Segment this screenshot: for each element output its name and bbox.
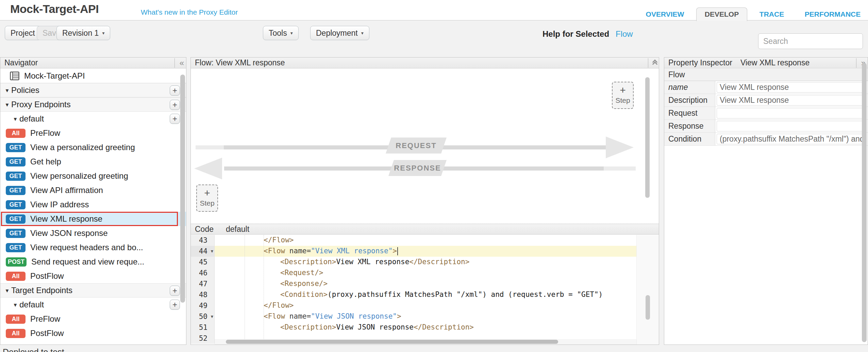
request-lane-badge: REQUEST [386, 138, 447, 154]
add-step-button-response[interactable]: + Step [196, 185, 218, 212]
tab-develop[interactable]: DEVELOP [696, 7, 747, 21]
add-step-label: Step [200, 199, 214, 207]
tab-overview[interactable]: OVERVIEW [643, 8, 687, 20]
add-button[interactable]: + [170, 114, 180, 124]
code-fold-icon[interactable]: ▼ [211, 311, 213, 322]
tab-performance[interactable]: PERFORMANCE [801, 8, 864, 20]
inspector-row-description: DescriptionView XML response [664, 94, 868, 107]
proxy-editor-page: Mock-Target-API What's new in the Proxy … [0, 0, 868, 352]
deployment-menu-label: Deployment [316, 29, 358, 38]
nav-flow-view-personalized-greeting[interactable]: GETView personalized greeting [0, 169, 186, 183]
inspector-scrollbar-thumb[interactable] [862, 63, 867, 342]
property-value-field[interactable]: (proxy.pathsuffix MatchesPath "/xml") an… [717, 134, 866, 144]
chevron-down-icon: ▾ [102, 30, 104, 36]
revision-menu-button[interactable]: Revision 1 ▾ [56, 26, 110, 40]
code-line-49[interactable]: 49</Flow> [191, 300, 636, 311]
nav-item-label: default [19, 300, 44, 309]
method-badge-get: GET [6, 229, 26, 238]
property-value-field[interactable]: View XML response [717, 95, 866, 106]
nav-flow-send-request-and-view-reque[interactable]: POSTSend request and view reque... [0, 255, 186, 269]
nav-flow-view-ip-address[interactable]: GETView IP address [0, 197, 186, 212]
help-selected-flow-link[interactable]: Flow [616, 29, 633, 39]
inspector-row-request: Request [664, 107, 868, 120]
add-button[interactable]: + [170, 300, 180, 310]
nav-section-proxy-endpoints[interactable]: ▼Proxy Endpoints+ [0, 97, 186, 112]
tree-collapse-caret-icon[interactable]: ▼ [11, 302, 19, 308]
tree-collapse-caret-icon[interactable]: ▼ [11, 116, 19, 122]
code-line-51[interactable]: 51<Description>View JSON response</Descr… [191, 322, 636, 333]
nav-group-default[interactable]: ▼default+ [0, 298, 186, 312]
method-badge-get: GET [6, 214, 26, 224]
request-flow-stub [196, 145, 224, 149]
line-number: 45 [191, 257, 215, 268]
flow-panel-header: Flow: View XML response [191, 58, 659, 68]
collapse-flow-panel-button[interactable] [648, 58, 657, 68]
code-line-46[interactable]: 46<Request/> [191, 268, 636, 278]
whats-new-link[interactable]: What's new in the Proxy Editor [141, 8, 238, 16]
nav-flow-preflow[interactable]: AllPreFlow [0, 312, 186, 326]
chevron-down-icon: ▾ [290, 30, 293, 36]
property-value-field[interactable] [717, 108, 866, 118]
request-arrowhead-icon [606, 137, 634, 158]
nav-group-default[interactable]: ▼default+ [0, 112, 186, 126]
inspector-row-response: Response [664, 120, 868, 133]
flow-scrollbar-thumb[interactable] [645, 77, 650, 198]
chevron-down-icon: ▾ [361, 30, 364, 36]
code-line-43[interactable]: 43</Flow> [191, 235, 636, 246]
nav-section-target-endpoints[interactable]: ▼Target Endpoints+ [0, 283, 186, 298]
property-inspector-panel: Property Inspector View XML response » F… [664, 57, 868, 345]
nav-flow-view-api-affirmation[interactable]: GETView API affirmation [0, 183, 186, 197]
code-panel-header: Code default [191, 224, 659, 235]
help-for-selected-label: Help for Selected [542, 29, 609, 39]
tree-collapse-caret-icon[interactable]: ▼ [3, 288, 11, 293]
nav-flow-get-help[interactable]: GETGet help [0, 155, 186, 169]
nav-flow-postflow[interactable]: AllPostFlow [0, 326, 186, 340]
nav-flow-view-xml-response[interactable]: GETView XML response [0, 212, 186, 226]
response-lane-badge: RESPONSE [388, 160, 447, 176]
add-button[interactable]: + [170, 85, 180, 96]
nav-item-label: Policies [11, 85, 39, 95]
tree-collapse-caret-icon[interactable]: ▼ [3, 87, 11, 93]
tree-collapse-caret-icon[interactable]: ▼ [3, 102, 11, 108]
nav-flow-postflow[interactable]: AllPostFlow [0, 269, 186, 283]
inspector-row-condition: Condition(proxy.pathsuffix MatchesPath "… [664, 133, 868, 146]
nav-flow-view-json-response[interactable]: GETView JSON response [0, 226, 186, 240]
line-number: 44▼ [191, 246, 215, 257]
nav-flow-preflow[interactable]: AllPreFlow [0, 126, 186, 140]
nav-item-label: Mock-Target-API [24, 71, 85, 81]
code-editor[interactable]: 43</Flow>44▼<Flow name="View XML respons… [191, 235, 636, 345]
add-button[interactable]: + [170, 286, 180, 296]
code-line-45[interactable]: 45<Description>View XML response</Descri… [191, 257, 636, 268]
tab-trace[interactable]: TRACE [757, 8, 786, 20]
nav-flow-view-a-personalized-greeting[interactable]: GETView a personalized greeting [0, 140, 186, 155]
code-line-content: <Request/> [215, 268, 636, 278]
add-step-button-request[interactable]: + Step [612, 82, 634, 109]
property-label: Response [664, 120, 715, 132]
add-button[interactable]: + [170, 100, 180, 110]
navigator-scrollbar-thumb[interactable] [180, 75, 185, 303]
code-fold-icon[interactable]: ▼ [211, 246, 213, 257]
nav-flow-view-request-headers-and-bo[interactable]: GETView request headers and bo... [0, 240, 186, 255]
code-line-44[interactable]: 44▼<Flow name="View XML response"> [191, 246, 636, 257]
code-vertical-scrollbar-thumb[interactable] [646, 295, 650, 320]
nav-root-mock-target-api[interactable]: Mock-Target-API [0, 69, 186, 83]
code-line-50[interactable]: 50▼<Flow name="View JSON response"> [191, 311, 636, 322]
nav-section-policies[interactable]: ▼Policies+ [0, 83, 186, 97]
property-value-field[interactable] [717, 121, 866, 131]
nav-item-label: Proxy Endpoints [11, 100, 71, 109]
property-inspector-header: Property Inspector View XML response » [664, 58, 868, 68]
search-input[interactable] [758, 33, 863, 49]
method-badge-get: GET [6, 172, 26, 181]
code-line-48[interactable]: 48<Condition>(proxy.pathsuffix MatchesPa… [191, 289, 636, 300]
property-label: Condition [664, 133, 715, 145]
nav-item-label: PreFlow [30, 128, 60, 138]
method-badge-get: GET [6, 243, 26, 252]
deployment-menu-button[interactable]: Deployment ▾ [310, 26, 369, 40]
code-horizontal-scrollbar-thumb[interactable] [226, 340, 558, 344]
tools-menu-button[interactable]: Tools ▾ [263, 26, 299, 40]
line-number: 47 [191, 278, 215, 289]
collapse-navigator-button[interactable]: « [174, 58, 184, 68]
code-panel-endpoint-name: default [226, 225, 249, 234]
property-value-field[interactable]: View XML response [717, 82, 866, 93]
code-line-47[interactable]: 47<Response/> [191, 278, 636, 289]
